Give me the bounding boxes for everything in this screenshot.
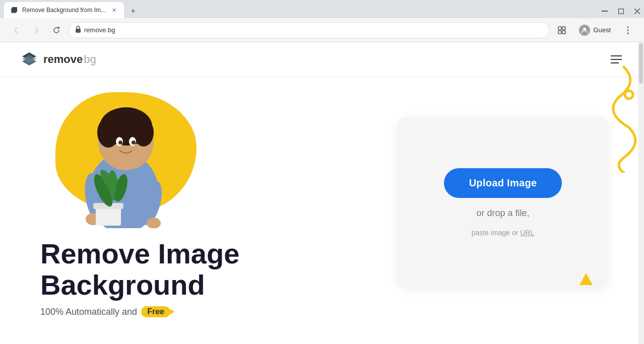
url-link[interactable]: URL [520,229,534,237]
new-tab-button[interactable]: + [126,4,140,18]
svg-marker-40 [579,273,593,285]
svg-point-12 [627,26,629,28]
site-nav: remove bg [0,42,644,77]
address-bar[interactable]: remove.bg [69,22,550,38]
subheading: 100% Automatically and Free [40,306,362,317]
back-button[interactable] [8,22,24,38]
svg-point-28 [132,141,136,145]
svg-rect-6 [76,29,81,33]
logo-bg-text: bg [84,53,96,66]
extensions-button[interactable] [554,22,570,38]
hamburger-line-1 [611,55,622,56]
svg-rect-9 [558,31,561,34]
triangle-decoration [578,272,594,287]
svg-point-13 [627,29,629,31]
tab-title: Remove Background from Im... [22,7,106,14]
main-content: Remove Image Background 100% Automatical… [0,77,644,317]
upload-image-button[interactable]: Upload Image [444,168,562,198]
hamburger-line-2 [611,59,622,60]
svg-rect-8 [562,27,565,30]
url-text: remove.bg [84,26,543,34]
scrollbar[interactable] [638,42,644,344]
logo-remove-text: remove [43,53,83,66]
maximize-button[interactable] [614,4,628,18]
guest-label: Guest [593,26,611,34]
subheading-text: 100% Automatically and [40,307,137,317]
right-section: Upload Image or drop a file, paste image… [392,117,614,288]
paste-prefix: paste image or [472,229,521,237]
scrollbar-thumb[interactable] [639,43,643,84]
heading-line-2: Background [40,269,205,301]
close-button[interactable] [630,4,644,18]
browser-toolbar: remove.bg Guest [0,18,644,42]
guest-avatar-icon [579,25,590,36]
svg-rect-7 [558,27,561,30]
person-with-plant [66,92,181,228]
tab-favicon-icon [10,6,18,14]
drop-file-text: or drop a file, [476,208,529,219]
guest-profile-button[interactable]: Guest [574,23,616,38]
browser-chrome: Remove Background from Im... ✕ + [0,0,644,42]
main-heading: Remove Image Background [40,238,362,300]
svg-point-24 [122,111,145,129]
svg-point-27 [118,141,122,145]
minimize-button[interactable] [598,4,612,18]
svg-rect-2 [602,11,608,12]
svg-point-11 [583,28,586,31]
logo-text: remove bg [43,53,96,66]
upload-card[interactable]: Upload Image or drop a file, paste image… [397,117,609,288]
forward-button[interactable] [28,22,44,38]
lock-icon [75,26,81,34]
active-tab[interactable]: Remove Background from Im... ✕ [4,2,124,18]
logo-icon [20,50,38,68]
svg-point-32 [147,218,161,228]
heading-line-1: Remove Image [40,238,239,269]
squiggle-decoration [599,62,644,173]
hero-image-container [40,87,202,228]
paste-image-text: paste image or URL [472,229,535,237]
svg-rect-10 [562,31,565,34]
logo[interactable]: remove bg [20,50,96,68]
refresh-button[interactable] [48,22,65,38]
svg-rect-1 [12,7,17,12]
svg-rect-3 [618,9,623,14]
window-controls [598,4,644,18]
svg-point-14 [627,32,629,34]
tab-strip: Remove Background from Im... ✕ + [0,0,644,18]
svg-point-39 [625,91,633,99]
left-section: Remove Image Background 100% Automatical… [40,87,362,317]
tab-close-button[interactable]: ✕ [110,6,118,14]
page-content: remove bg [0,42,644,344]
free-badge: Free [141,306,170,317]
menu-button[interactable] [620,22,636,38]
